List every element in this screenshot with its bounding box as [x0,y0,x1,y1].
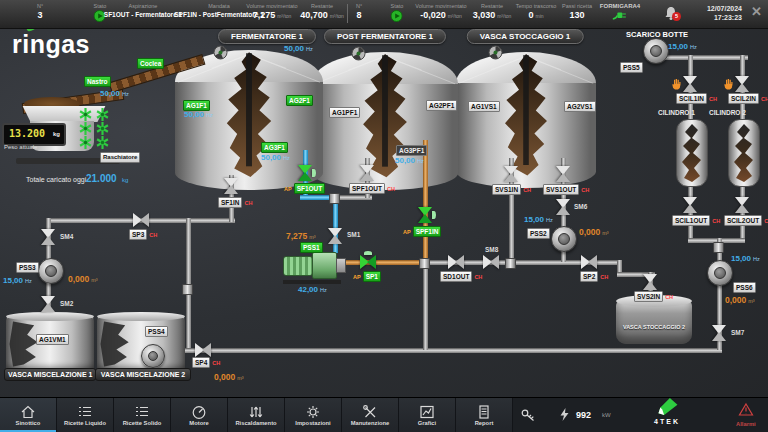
nav-riscaldamento[interactable]: Riscaldamento [228,398,285,432]
recipe-list-icon [77,404,93,419]
pump-pss4[interactable] [141,344,165,368]
pipe-segment [657,55,748,60]
valve-spf1out-label: SPF1OUTCH [349,183,395,194]
valve-sm6[interactable] [556,199,570,215]
tank-cutaway [312,52,458,190]
allarmi-label: Allarmi [736,421,756,427]
valve-sf1in[interactable] [224,178,238,194]
pipe-flange [419,258,430,269]
agitator-ag2f1-label[interactable]: AG2F1 [286,95,313,106]
tank-vasca-stoccaggio-1[interactable] [456,52,596,188]
pump-pss1[interactable] [281,250,347,286]
valve-scil2out[interactable] [735,197,749,213]
nav-ricette-solido[interactable]: Ricette Solido [114,398,171,432]
tank-cilindro-2[interactable] [728,119,760,187]
valve-svs1out[interactable] [556,166,570,182]
valve-sf1out-label: APSF1OUT [284,183,325,194]
restante-label: Restante [311,3,333,9]
pipe-segment [183,348,722,353]
valve-sp3-label: SP3CH [129,229,157,240]
tank-title-vasca-miscelazione-2: VASCA MISCELAZIONE 2 [95,368,191,381]
agitator-ag1vm1-label[interactable]: AG1VM1 [36,334,69,345]
pump-pss6[interactable] [707,260,733,286]
nav-impostazioni[interactable]: Impostazioni [285,398,342,432]
nav-sinottico[interactable]: Sinottico [0,398,57,432]
valve-sm4[interactable] [41,229,55,245]
tank-post-fermentatore-1[interactable] [312,52,458,190]
vendor-logo-icon [652,398,682,417]
mixer-icon [488,45,503,64]
restante-value: 40,700 [300,10,328,20]
station-name: FORMIGARA4 [600,3,640,9]
alarm-bell-button[interactable]: 5 [664,6,678,25]
valve-spf1in-label: APSPF1IN [403,226,441,237]
power-value: 992 [576,410,591,420]
volume-label: Volume movimentato [415,3,466,9]
volume-label: Volume movimentato [246,3,297,9]
valve-sm2[interactable] [41,296,55,312]
recipe2-restante: Restante 3,030 m³/ton [473,3,512,20]
bottom-nav: Sinottico Ricette Liquido Ricette Solido… [0,397,768,432]
nav-ricette-liquido[interactable]: Ricette Liquido [57,398,114,432]
tempo-unit: min [535,13,543,19]
pump-pss3[interactable] [38,258,64,284]
close-icon[interactable]: ✕ [751,5,762,19]
nav-manutenzione[interactable]: Manutenzione [342,398,399,432]
valve-sm7[interactable] [712,325,726,341]
weight-unit: kg [53,131,60,137]
agitator-ag3f1-label[interactable]: AG3F1 [261,142,288,153]
valve-sd1out[interactable] [448,255,464,269]
valve-sp1[interactable] [360,255,376,269]
tank-title-post-fermentatore-1: POST FERMENTATORE 1 [324,29,446,44]
valve-sm1[interactable] [328,228,342,244]
pipe-segment-active [344,260,428,265]
nav-motore[interactable]: Motore [171,398,228,432]
hopper-top [20,106,108,122]
recipe1-n-value: 3 [37,10,42,20]
pump-pss2[interactable] [551,226,577,252]
valve-sf1out[interactable] [298,165,312,181]
valve-scil2in[interactable] [735,76,749,92]
valve-svs2in[interactable] [643,274,657,290]
valve-sm6-label: SM6 [574,203,587,210]
brand-logo: ringas [12,30,90,59]
tank-vasca-miscelazione-2[interactable] [97,316,185,372]
recipe1-restante: Restante 40,700 m³/ton [300,3,344,20]
pump-pss3-label: PSS3 [16,262,39,273]
valve-spf1in[interactable] [418,207,432,223]
valve-sp3[interactable] [133,213,149,227]
cilindro-2-title: CILINDRO 2 [709,109,746,116]
agitator-ag2vs1-label[interactable]: AG2VS1 [564,101,596,112]
pump-pss2-label: PSS2 [527,228,550,239]
valve-scil1in[interactable] [683,76,697,92]
valve-sp2[interactable] [581,255,597,269]
agitator-ag2pf1-label[interactable]: AG2PF1 [426,100,457,111]
pump-pss3-hz: 15,00Hz [3,276,32,285]
valve-scil1out[interactable] [683,197,697,213]
valve-sp4[interactable] [195,343,211,357]
pump-pss2-volume: 0,000m³ [579,227,609,237]
pump-pss2-hz: 15,00Hz [524,215,553,224]
volume-unit: m³/ton [277,13,291,19]
valve-svs1in[interactable] [504,166,518,182]
agitator-ag1pf1-label[interactable]: AG1PF1 [329,107,360,118]
tempo-value: 0 [528,10,533,20]
tank-cilindro-1[interactable] [676,119,708,187]
nav-report[interactable]: Report [456,398,513,432]
pump-pss5-hz: 15,00Hz [668,42,697,51]
pump-pss5-label: PSS5 [620,62,643,73]
recipe-list-icon [134,404,150,419]
valve-spf1out[interactable] [360,165,374,181]
valve-sm8[interactable] [483,255,499,269]
agitator-ag1vs1-label[interactable]: AG1VS1 [468,101,500,112]
tank-vasca-stoccaggio-2[interactable]: VASCA STOCCAGGIO 2 [616,300,692,344]
nav-allarmi[interactable]: Allarmi [736,402,756,427]
agitator-ag3pf1-label[interactable]: AG3PF1 [396,145,427,156]
nav-grafici[interactable]: Grafici [399,398,456,432]
key-icon[interactable] [520,407,536,426]
valve-sf1in-label: SF1INCH [218,197,252,208]
pump-pss5[interactable] [643,38,669,64]
valve-scil2in-label: SCIL2INCH [728,93,768,104]
valve-sm1-label: SM1 [347,231,360,238]
home-icon [20,404,36,419]
